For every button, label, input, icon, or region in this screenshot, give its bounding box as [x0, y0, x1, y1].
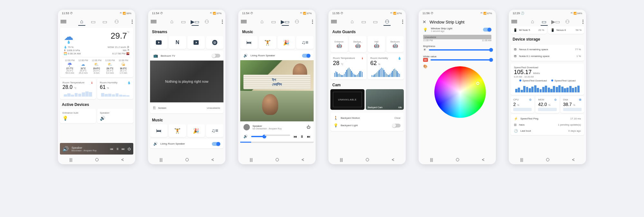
menu-icon[interactable]	[241, 20, 247, 23]
camera-1[interactable]: UNAVAILABLE	[330, 89, 365, 110]
room-humidity-card[interactable]: Room Humidity💧 61 %	[97, 79, 133, 99]
mini-player[interactable]: 🔊 Speaker Bezubaan - Anupam Roy ⏮ ⏸ ⏭ ⏻	[60, 143, 133, 155]
color-picker-handle[interactable]	[476, 82, 479, 85]
tab-4[interactable]: ⚇	[564, 19, 570, 24]
white-slider[interactable]	[431, 59, 492, 61]
entity-toggle[interactable]	[483, 28, 491, 32]
overflow-icon[interactable]	[402, 20, 403, 24]
room-temp-card[interactable]: Room Temperature🌡 28 °C	[330, 54, 366, 80]
back-button[interactable]: <	[211, 157, 214, 162]
guard-entrance[interactable]: Entrance🤖	[330, 36, 348, 52]
scene-playlist-button[interactable]: ♫≡	[206, 124, 223, 137]
tab-1[interactable]: ⌂	[530, 19, 535, 24]
brightness-slider[interactable]	[429, 49, 491, 51]
youtube-button[interactable]	[150, 36, 167, 49]
menu-icon[interactable]	[331, 20, 337, 23]
tab-2[interactable]: ▭	[361, 19, 367, 24]
light-toggle[interactable]	[392, 124, 401, 127]
scene-playlist-button[interactable]: ♫≡	[296, 36, 314, 49]
guard-bedroom[interactable]: Bedroom🤖	[386, 36, 404, 52]
overflow-icon[interactable]	[132, 20, 133, 24]
scene-party-button[interactable]: 🎉	[278, 36, 295, 49]
back-button[interactable]: <	[482, 157, 484, 162]
tab-2[interactable]: ▭	[271, 19, 277, 24]
home-button[interactable]	[276, 158, 279, 161]
prev-icon[interactable]: ⏮	[110, 147, 113, 151]
tab-1[interactable]: ⌂	[349, 19, 355, 24]
recent-button[interactable]: |||	[69, 157, 72, 162]
home-button[interactable]	[185, 158, 189, 161]
back-button[interactable]: <	[121, 157, 124, 162]
recent-button[interactable]: |||	[520, 157, 523, 162]
tab-4[interactable]: ⚇	[204, 19, 210, 24]
home-button[interactable]	[546, 158, 549, 161]
close-icon[interactable]: ✕	[422, 19, 426, 24]
overflow-icon[interactable]	[312, 20, 313, 24]
guard-backyard[interactable]: Backya..🤖	[349, 36, 366, 52]
tab-4[interactable]: ⚇	[114, 19, 119, 24]
netflix-button[interactable]: N	[169, 36, 186, 49]
camera-2[interactable]: Backyard Cam Idle	[366, 89, 404, 110]
menu-icon[interactable]	[61, 20, 66, 23]
tab-media[interactable]: ▶▭	[282, 19, 288, 24]
device-speaker[interactable]: Speaker 🔊	[97, 109, 133, 123]
scene-relax-button[interactable]: 🛏	[240, 36, 258, 49]
room-humidity-card[interactable]: Room Humidity💧 62 %	[368, 54, 404, 80]
back-button[interactable]: <	[392, 157, 394, 162]
color-wheel[interactable]	[434, 66, 486, 118]
pause-icon[interactable]: ⏸	[116, 147, 119, 151]
scene-party-button[interactable]: 🎉	[187, 124, 205, 137]
recent-button[interactable]: |||	[340, 157, 343, 162]
tab-3[interactable]: ▭	[373, 19, 378, 24]
bedroom-tv-toggle[interactable]	[212, 54, 220, 58]
tab-3[interactable]: ▶▭	[553, 19, 559, 24]
overflow-icon[interactable]	[582, 20, 583, 24]
cpu-card[interactable]: CPU⚙ 2 %	[511, 96, 534, 113]
pause-icon[interactable]: ⏸	[300, 135, 304, 138]
room-temp-card[interactable]: Room Temperature🌡 28.0 °C	[60, 79, 96, 99]
power-icon[interactable]: ⏻	[307, 125, 310, 129]
power-icon[interactable]: ⏻	[128, 147, 131, 151]
stream-app-button[interactable]	[187, 36, 205, 49]
back-button[interactable]: <	[301, 157, 304, 162]
tab-home[interactable]: ⌂	[79, 19, 85, 24]
device-nexus-6[interactable]: 📱 Nexus 6 58 %	[548, 26, 584, 34]
recent-button[interactable]: |||	[159, 157, 162, 162]
tab-2[interactable]: ▭	[181, 19, 186, 24]
tab-2[interactable]: ▭	[90, 19, 96, 24]
tab-3[interactable]: ▭	[102, 19, 108, 24]
home-button[interactable]	[366, 158, 369, 161]
next-icon[interactable]: ⏭	[307, 135, 310, 138]
living-speaker-toggle[interactable]	[302, 54, 310, 58]
home-button[interactable]	[456, 158, 459, 161]
device-entrance-bulb[interactable]: Entrance bulb 💡	[60, 109, 96, 123]
scene-workout-button[interactable]: 🏋	[259, 36, 276, 49]
scene-workout-button[interactable]: 🏋	[169, 124, 186, 137]
prev-icon[interactable]: ⏮	[293, 135, 297, 138]
cast-icon[interactable]: ⎘	[153, 106, 156, 110]
volume-icon[interactable]: 🔊	[243, 134, 248, 138]
mem-card[interactable]: MEM⚙ 42.0 %	[535, 96, 559, 113]
spotify-button[interactable]	[206, 36, 223, 49]
tab-1[interactable]: ⌂	[259, 19, 265, 24]
overflow-icon[interactable]	[222, 20, 223, 24]
device-mi-note-5[interactable]: 📱 Mi Note 5 20 %	[511, 26, 547, 34]
guard-hall[interactable]: Hall🤖	[368, 36, 385, 52]
scene-relax-button[interactable]: 🛏	[150, 124, 167, 137]
tab-bar: ⌂ ▭ ▭ ⚇	[58, 17, 135, 26]
home-button[interactable]	[95, 158, 99, 161]
tab-security[interactable]: ⚇	[384, 19, 390, 24]
time-start: 11:00 PM	[423, 39, 433, 42]
tab-system[interactable]: ▭	[541, 19, 547, 24]
menu-icon[interactable]	[151, 20, 156, 23]
living-speaker-toggle[interactable]	[212, 142, 220, 146]
recent-button[interactable]: |||	[430, 157, 433, 162]
tab-4[interactable]: ⚇	[294, 19, 300, 24]
recent-button[interactable]: |||	[250, 157, 252, 162]
menu-icon[interactable]	[511, 20, 517, 23]
tab-1[interactable]: ⌂	[169, 19, 175, 24]
disk-card[interactable]: Disk⛃ 38.7 %	[561, 96, 584, 113]
back-button[interactable]: <	[572, 157, 574, 162]
next-icon[interactable]: ⏭	[122, 147, 125, 151]
tab-media[interactable]: ▶▭	[192, 19, 198, 24]
